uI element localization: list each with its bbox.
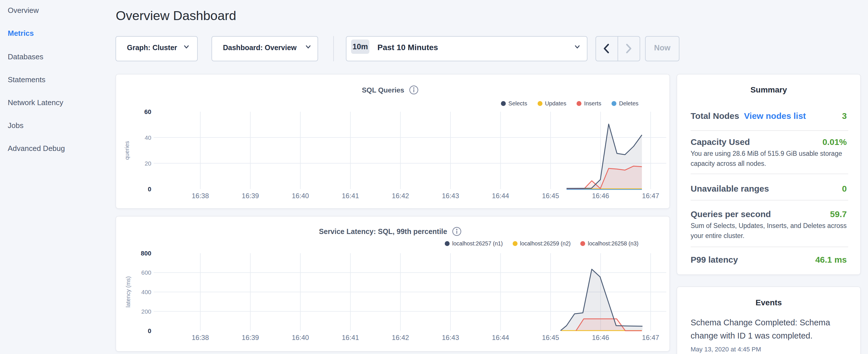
svg-text:16:41: 16:41 [342, 192, 359, 200]
svg-text:queries: queries [124, 141, 130, 160]
svg-text:16:45: 16:45 [542, 334, 559, 342]
svg-text:16:44: 16:44 [492, 334, 509, 342]
svg-text:16:39: 16:39 [242, 334, 259, 342]
svg-text:16:39: 16:39 [242, 192, 259, 200]
svg-text:800: 800 [141, 250, 151, 257]
svg-text:16:42: 16:42 [392, 192, 409, 200]
svg-text:16:41: 16:41 [342, 334, 359, 342]
svg-text:16:43: 16:43 [442, 334, 459, 342]
svg-text:16:46: 16:46 [592, 192, 609, 200]
svg-text:16:40: 16:40 [292, 334, 309, 342]
svg-text:40: 40 [145, 134, 151, 141]
svg-text:16:44: 16:44 [492, 192, 509, 200]
svg-text:60: 60 [145, 108, 151, 116]
svg-text:latency (ms): latency (ms) [125, 277, 131, 308]
svg-text:16:42: 16:42 [392, 334, 409, 342]
svg-text:0: 0 [148, 327, 151, 334]
svg-text:0: 0 [148, 186, 151, 193]
svg-text:16:47: 16:47 [642, 334, 659, 342]
svg-text:20: 20 [145, 160, 151, 167]
svg-text:16:46: 16:46 [592, 334, 609, 342]
svg-text:16:40: 16:40 [292, 192, 309, 200]
svg-text:16:47: 16:47 [642, 192, 659, 200]
svg-text:200: 200 [141, 308, 151, 315]
svg-text:600: 600 [141, 269, 151, 276]
svg-text:16:38: 16:38 [192, 334, 209, 342]
svg-text:16:38: 16:38 [192, 192, 209, 200]
svg-text:16:43: 16:43 [442, 192, 459, 200]
svg-text:16:45: 16:45 [542, 192, 559, 200]
svg-text:400: 400 [141, 289, 151, 295]
